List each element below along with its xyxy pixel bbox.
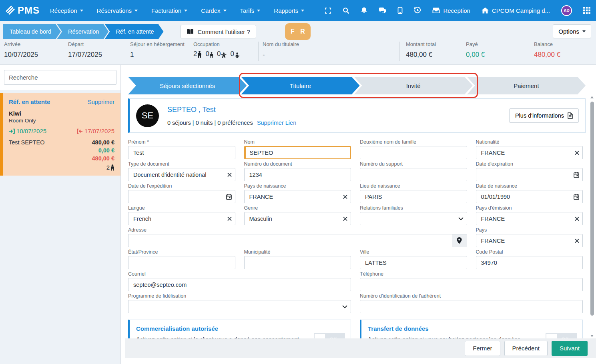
- programme-fidelisation-select[interactable]: [128, 300, 351, 313]
- close-button[interactable]: Fermer: [465, 341, 500, 356]
- menu-cardex[interactable]: Cardex: [201, 7, 226, 14]
- apps-grid-icon[interactable]: [583, 7, 590, 14]
- step-invite[interactable]: Invité: [354, 77, 473, 94]
- menu-tarifs[interactable]: Tarifs: [240, 7, 261, 14]
- pays-emission-input[interactable]: [476, 212, 583, 225]
- field-nom: Nom: [244, 139, 351, 159]
- type-document-input[interactable]: [128, 168, 235, 181]
- holder-name-link[interactable]: SEPTEO , Test: [167, 106, 296, 114]
- menu-facturation[interactable]: Facturation: [151, 7, 187, 14]
- options-button[interactable]: Options: [553, 24, 591, 38]
- adult-icon: [110, 164, 114, 171]
- chat-icon[interactable]: [379, 7, 386, 14]
- numero-support-input[interactable]: [360, 168, 467, 181]
- history-icon[interactable]: [414, 7, 421, 14]
- breadcrumb-reservation[interactable]: Réservation: [57, 24, 108, 39]
- reservation-status-link[interactable]: Réf. en attente: [9, 98, 50, 105]
- courriel-input[interactable]: [128, 278, 351, 291]
- child-icon: [210, 52, 213, 58]
- scroll-down-arrow[interactable]: [590, 335, 594, 337]
- field-nationalite: Nationalité: [476, 139, 583, 159]
- delete-reservation-link[interactable]: Supprimer: [88, 99, 114, 105]
- clear-icon[interactable]: [343, 194, 347, 199]
- numero-adherent-input[interactable]: [360, 300, 583, 313]
- navbar-right: Reception CPCOM Camping d... AD: [325, 5, 590, 16]
- clear-icon[interactable]: [575, 238, 579, 243]
- date-naissance-input[interactable]: [476, 190, 583, 203]
- guest-name: Test SEPTEO: [9, 139, 44, 146]
- reservation-card[interactable]: Réf. en attente Supprimer Kiwi Room Only…: [0, 93, 120, 176]
- station-selector[interactable]: Reception: [432, 7, 470, 14]
- property-selector[interactable]: CPCOM Camping d...: [482, 7, 550, 14]
- field-telephone: Téléphone: [360, 271, 583, 291]
- clear-icon[interactable]: [227, 172, 232, 177]
- menu-reservations[interactable]: Réservations: [97, 7, 138, 14]
- summary-departure: Départ 17/07/2025: [64, 40, 126, 64]
- nationalite-input[interactable]: [476, 146, 583, 159]
- numero-document-input[interactable]: [244, 168, 351, 181]
- municipalite-input[interactable]: [244, 256, 351, 269]
- scrollbar-thumb[interactable]: [590, 102, 594, 316]
- search-icon[interactable]: [343, 7, 349, 14]
- more-info-button[interactable]: Plus d'informations: [509, 108, 579, 123]
- step-titulaire[interactable]: Titulaire: [241, 77, 359, 94]
- pms-logo[interactable]: PMS: [6, 5, 40, 16]
- reservation-summary-bar: Arrivée 10/07/2025 Départ 17/07/2025 Séj…: [0, 40, 596, 65]
- field-etat-province: État/Province: [128, 249, 235, 269]
- search-input[interactable]: [4, 70, 116, 85]
- fullscreen-icon[interactable]: [325, 7, 331, 14]
- pays-naissance-input[interactable]: [244, 190, 351, 203]
- prenom-input[interactable]: [128, 146, 235, 159]
- scroll-up-arrow[interactable]: [590, 96, 594, 98]
- map-pin-button[interactable]: [452, 234, 467, 247]
- summary-holder: Nom du titulaire -: [259, 40, 399, 64]
- clear-icon[interactable]: [575, 216, 579, 221]
- relations-familiales-select[interactable]: [360, 212, 467, 225]
- menu-reception[interactable]: Réception: [50, 7, 83, 14]
- next-button[interactable]: Suivant: [552, 341, 588, 356]
- step-sejours-selectionnes[interactable]: Séjours sélectionnés: [128, 77, 247, 94]
- unlink-profile-link[interactable]: Supprimer Lien: [257, 120, 296, 126]
- telephone-input[interactable]: [360, 278, 583, 291]
- vertical-scrollbar[interactable]: [590, 96, 595, 337]
- main-panel: Séjours sélectionnés Titulaire Invité Pa…: [120, 65, 596, 364]
- calendar-icon[interactable]: [574, 172, 579, 178]
- clear-icon[interactable]: [575, 150, 579, 155]
- breadcrumb-ref-en-attente[interactable]: Réf. en attente: [104, 24, 163, 39]
- genre-input[interactable]: [244, 212, 351, 225]
- ville-input[interactable]: [360, 256, 467, 269]
- calendar-icon[interactable]: [226, 194, 232, 200]
- field-adresse: Adresse: [128, 227, 467, 247]
- chevron-down-icon[interactable]: [458, 217, 464, 220]
- user-avatar[interactable]: AD: [561, 5, 572, 16]
- mobile-device-icon[interactable]: [397, 7, 403, 14]
- clear-icon[interactable]: [343, 216, 347, 221]
- notifications-bell-icon[interactable]: [361, 7, 367, 14]
- field-pays-emission: Pays d'émission: [476, 205, 583, 225]
- breadcrumb-dashboard[interactable]: Tableau de bord: [3, 24, 61, 39]
- wizard-steps: Séjours sélectionnés Titulaire Invité Pa…: [128, 77, 586, 94]
- how-to-use-button[interactable]: Comment l'utiliser ?: [181, 25, 256, 38]
- chevron-down-icon[interactable]: [342, 305, 347, 308]
- field-ville: Ville: [360, 249, 467, 269]
- lieu-naissance-input[interactable]: [360, 190, 467, 203]
- date-expedition-input[interactable]: [128, 190, 235, 203]
- step-paiement[interactable]: Paiement: [467, 77, 586, 94]
- document-icon: [568, 112, 573, 119]
- avatar: SE: [136, 104, 159, 127]
- code-postal-input[interactable]: [476, 256, 583, 269]
- adresse-input[interactable]: [128, 234, 467, 247]
- clear-icon[interactable]: [227, 216, 232, 221]
- etat-province-input[interactable]: [128, 256, 235, 269]
- pays-input[interactable]: [476, 234, 583, 247]
- langue-input[interactable]: [128, 212, 235, 225]
- field-date-expedition: Date de l'expédition: [128, 183, 235, 203]
- date-expiration-input[interactable]: [476, 168, 583, 181]
- calendar-icon[interactable]: [574, 194, 579, 200]
- previous-button[interactable]: Précédent: [504, 341, 548, 356]
- arrival-date: 10/07/2025: [9, 128, 46, 134]
- deuxieme-nom-input[interactable]: [360, 146, 467, 159]
- menu-rapports[interactable]: Rapports: [274, 7, 304, 14]
- language-badge[interactable]: F R: [285, 23, 311, 40]
- nom-input[interactable]: [244, 146, 351, 159]
